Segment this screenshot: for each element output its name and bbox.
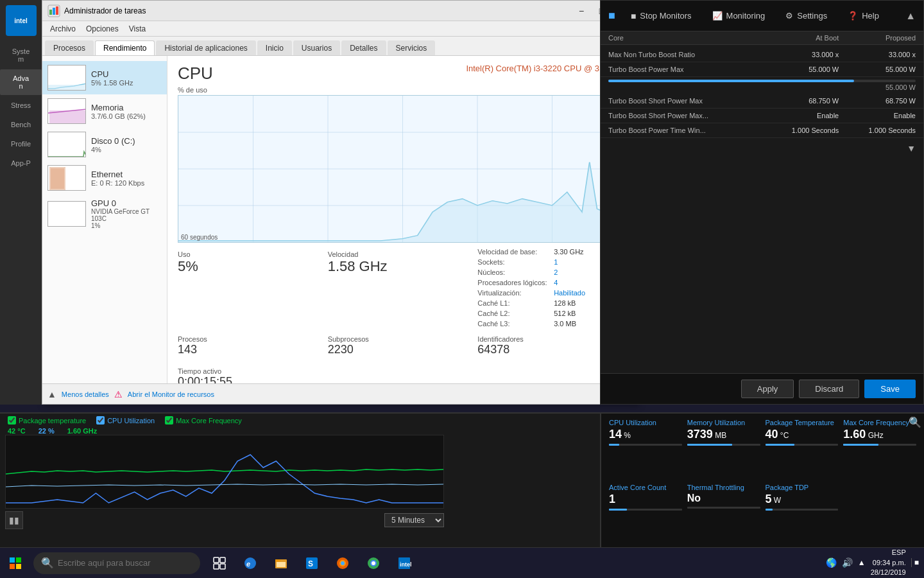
tab-procesos[interactable]: Procesos — [45, 40, 94, 55]
active-cores-val: 1 — [609, 493, 682, 506]
search-input[interactable] — [58, 558, 186, 568]
titlebar: Administrador de tareas − □ ✕ — [42, 1, 638, 21]
help-button[interactable]: ❓ Help — [843, 8, 884, 23]
sidebar-item-disco[interactable]: Disco 0 (C:) 4% — [42, 128, 167, 161]
legend-cpu-check[interactable] — [96, 416, 105, 425]
stat-procesos: Procesos 143 — [178, 333, 328, 360]
tab-detalles[interactable]: Detalles — [341, 40, 386, 55]
svg-rect-24 — [220, 557, 225, 563]
start-button[interactable] — [0, 548, 31, 579]
sidebar-item-gpu[interactable]: GPU 0 NVIDIA GeForce GT 103C1% — [42, 195, 167, 233]
tab-bar: Procesos Rendimiento Historial de aplica… — [42, 37, 638, 56]
sidebar-item-system[interactable]: System — [0, 42, 42, 68]
proc-label: Procesos — [178, 335, 328, 343]
tiempo-value: 0:00:15:55 — [178, 375, 628, 383]
monitoring-button[interactable]: 📈 Monitoring — [707, 8, 771, 23]
apply-button[interactable]: Apply — [741, 380, 794, 398]
app-sidebar: intel System Advan Stress Bench Profile … — [0, 0, 42, 405]
thermal-val: No — [687, 493, 760, 504]
temp-value: 42 °C — [8, 427, 26, 435]
sidebar-item-stress[interactable]: Stress — [0, 96, 42, 114]
browser-button[interactable] — [359, 549, 388, 577]
taskview-button[interactable] — [205, 549, 234, 577]
disco-value: 4% — [91, 146, 162, 153]
monitor-graph-svg — [5, 435, 444, 509]
power-indicator-row: 55.000 W — [601, 77, 923, 94]
tab-servicios[interactable]: Servicios — [388, 40, 436, 55]
nucleos-label: Núcleos: — [477, 268, 551, 276]
pause-button[interactable]: ▮▮ — [5, 511, 23, 529]
discard-button[interactable]: Discard — [799, 380, 859, 398]
usage-label: % de uso — [178, 86, 628, 94]
row4-proposed: 1.000 Seconds — [839, 127, 916, 134]
thermal-bar — [687, 507, 760, 509]
monitor-stats: CPU Utilization 14 % Memory Utilization … — [600, 414, 924, 548]
legend-freq-label: Max Core Frequency — [176, 417, 242, 425]
monitor-controls: ▮▮ 1 Minute 5 Minutes 10 Minutes 30 Minu… — [0, 509, 449, 532]
store-button[interactable]: S — [298, 549, 326, 577]
cpu-value: 5% 1.58 GHz — [91, 79, 162, 87]
intel-logo-btn[interactable]: intel — [6, 5, 37, 36]
svg-rect-6 — [48, 132, 86, 157]
ie-button[interactable]: e — [236, 549, 264, 577]
row2-name: Turbo Boost Short Power Max — [608, 97, 762, 105]
settings-button[interactable]: ⚙ Settings — [780, 8, 832, 23]
window-title: Administrador de tareas — [64, 6, 571, 15]
xtu-footer: Apply Discard Save — [601, 373, 923, 404]
xtu-search-icon[interactable]: 🔍 — [909, 416, 921, 428]
menubar: Archivo Opciones Vista — [42, 21, 638, 37]
taskmanager-window: Administrador de tareas − □ ✕ Archivo Op… — [42, 0, 638, 405]
tab-inicio[interactable]: Inicio — [257, 40, 292, 55]
disco-label: Disco 0 (C:) — [91, 136, 162, 146]
network-icon[interactable]: 🌎 — [826, 557, 837, 568]
volume-icon[interactable]: 🔊 — [842, 557, 853, 568]
menu-archivo[interactable]: Archivo — [45, 23, 81, 35]
monitor-legend: Package temperature CPU Utilization Max … — [0, 414, 449, 427]
sidebar-item-bench[interactable]: Bench — [0, 116, 42, 134]
sockets-label: Sockets: — [477, 258, 551, 266]
tab-usuarios[interactable]: Usuarios — [293, 40, 340, 55]
explorer-button[interactable] — [267, 549, 295, 577]
menu-vista[interactable]: Vista — [124, 23, 151, 35]
row1-proposed: 55.000 W — [839, 66, 916, 73]
save-button[interactable]: Save — [864, 380, 916, 398]
svg-rect-26 — [220, 564, 225, 569]
time-select[interactable]: 1 Minute 5 Minutes 10 Minutes 30 Minutes — [384, 513, 444, 527]
xtu-button[interactable]: intel — [390, 549, 418, 577]
menu-opciones[interactable]: Opciones — [81, 23, 124, 35]
sidebar-item-cpu[interactable]: CPU 5% 1.58 GHz — [42, 61, 167, 94]
tab-historial[interactable]: Historial de aplicaciones — [156, 40, 255, 55]
monitor-link[interactable]: Abrir el Monitor de recursos — [128, 390, 214, 398]
legend-cpu: CPU Utilization — [96, 416, 155, 425]
show-desktop-icon[interactable]: ■ — [911, 558, 919, 567]
gpu-info: GPU 0 NVIDIA GeForce GT 103C1% — [91, 198, 162, 229]
stop-monitors-button[interactable]: ■ Stop Monitors — [626, 8, 697, 24]
less-details-link[interactable]: Menos detalles — [62, 390, 109, 398]
sidebar-item-profiles[interactable]: Profile — [0, 135, 42, 153]
scroll-down-icon[interactable]: ▼ — [907, 143, 916, 153]
sidebar-item-memoria[interactable]: Memoria 3.7/6.0 GB (62%) — [42, 94, 167, 128]
mem-util-bar — [687, 444, 760, 446]
sidebar-item-app[interactable]: App-P — [0, 154, 42, 172]
pkg-temp-bar-fill — [766, 444, 795, 446]
tray-clock[interactable]: ESP 09:34 p.m. 28/12/2019 — [871, 548, 906, 577]
cpu-util-value: 22 % — [38, 427, 55, 435]
stat-cpu-util: CPU Utilization 14 % — [609, 419, 682, 478]
memoria-value: 3.7/6.0 GB (62%) — [91, 112, 162, 120]
show-hidden-icon[interactable]: ▲ — [858, 558, 866, 567]
firefox-button[interactable] — [329, 549, 357, 577]
sidebar-item-advanced[interactable]: Advan — [0, 69, 42, 95]
minimize-button[interactable]: − — [571, 1, 592, 21]
col-atboot: At Boot — [762, 34, 839, 42]
xtu-table-header: Core At Boot Proposed — [601, 31, 923, 45]
xtu-row-1: Turbo Boost Power Max 55.000 W 55.000 W — [601, 62, 923, 77]
xtu-header: ■ ■ Stop Monitors 📈 Monitoring ⚙ Setting… — [601, 1, 923, 31]
logicos-label: Procesadores lógicos: — [477, 279, 551, 286]
legend-temp-check[interactable] — [8, 416, 16, 425]
svg-rect-22 — [16, 564, 21, 569]
taskbar-search-box[interactable]: 🔍 — [33, 552, 200, 574]
tab-rendimiento[interactable]: Rendimiento — [95, 40, 155, 55]
sidebar-item-ethernet[interactable]: Ethernet E: 0 R: 120 Kbps — [42, 161, 167, 195]
legend-freq-check[interactable] — [165, 416, 173, 425]
expand-icon[interactable]: ▲ — [905, 10, 916, 21]
